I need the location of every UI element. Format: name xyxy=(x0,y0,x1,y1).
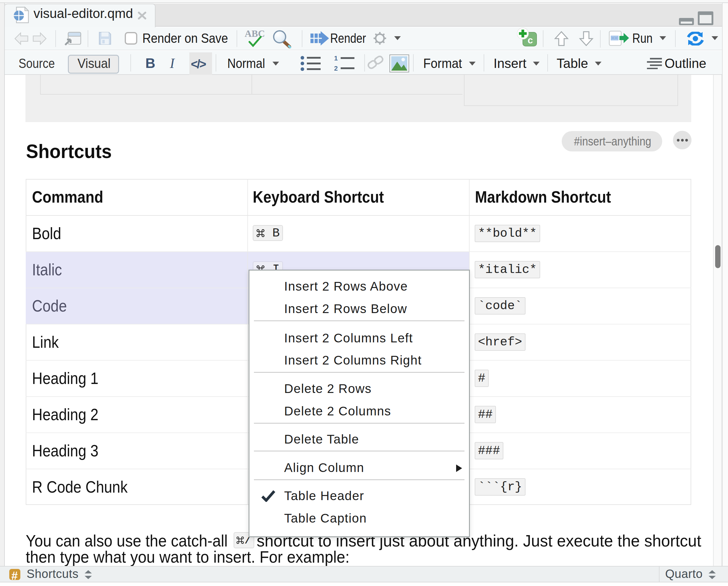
svg-text:2: 2 xyxy=(334,65,338,72)
svg-text:1: 1 xyxy=(334,55,338,62)
